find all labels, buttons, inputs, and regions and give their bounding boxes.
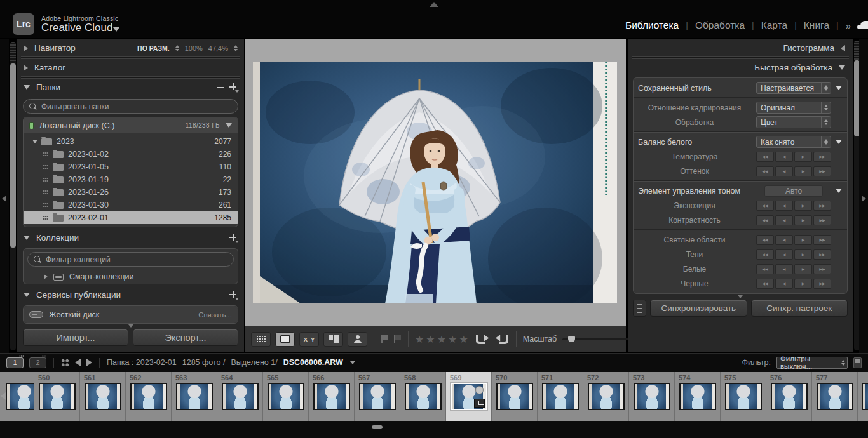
publish-services-header[interactable]: Сервисы публикации [17, 286, 244, 303]
rotate-right-icon[interactable] [496, 333, 510, 345]
go-to-grid-icon[interactable] [61, 359, 69, 367]
creative-cloud-icon[interactable] [860, 21, 868, 29]
expander-dots-icon[interactable] [43, 190, 48, 195]
increase-large-button[interactable]: ▶▶ [813, 166, 831, 176]
compare-view-button[interactable]: XY [299, 332, 319, 347]
left-panel-scrollbar[interactable] [10, 42, 16, 350]
thumbnail-cell[interactable]: 566 [309, 372, 355, 421]
decrease-large-button[interactable]: ◀◀ [756, 249, 774, 260]
zoom-slider[interactable] [562, 338, 634, 340]
thumbnail-cell[interactable]: 572 [583, 372, 629, 421]
thumbnail-cell[interactable]: 568 [400, 372, 446, 421]
increase-large-button[interactable]: ▶▶ [813, 235, 831, 245]
catalog-header[interactable]: Каталог [17, 59, 244, 76]
zoom-ratio-label[interactable]: 47,4% [208, 44, 228, 52]
decrease-large-button[interactable]: ◀◀ [756, 235, 774, 245]
increase-large-button[interactable]: ▶▶ [813, 201, 831, 211]
auto-tone-button[interactable]: Авто [764, 185, 823, 197]
add-publish-service-icon[interactable] [229, 291, 238, 299]
filmstrip-scrollbar-thumb[interactable] [372, 425, 383, 429]
histogram-header[interactable]: Гистограмма [628, 39, 853, 56]
decrease-button[interactable]: ◀ [775, 215, 793, 225]
thumbnail-cell[interactable]: 563 [172, 372, 217, 421]
previous-photo-arrow-icon[interactable] [75, 359, 81, 366]
remove-folder-icon[interactable] [217, 87, 224, 88]
folder-filter[interactable] [23, 99, 238, 114]
right-panel-collapse-arrow-icon[interactable] [862, 196, 866, 202]
star-rating-control[interactable]: ★★★★★ [415, 333, 470, 345]
decrease-large-button[interactable]: ◀◀ [756, 279, 774, 289]
decrease-button[interactable]: ◀ [775, 279, 793, 289]
increase-large-button[interactable]: ▶▶ [813, 264, 831, 274]
setup-link[interactable]: Связать... [198, 311, 232, 319]
treatment-dropdown[interactable]: Цвет [756, 116, 831, 128]
expander-dots-icon[interactable] [43, 177, 48, 182]
thumbnail-cell[interactable]: 576 [766, 372, 812, 421]
volume-row[interactable]: Локальный диск (C:) 118/238 ГБ [24, 117, 238, 133]
filter-switch-icon[interactable] [853, 357, 862, 368]
decrease-button[interactable]: ◀ [775, 249, 793, 260]
expander-dots-icon[interactable] [43, 164, 48, 169]
section-disclosure[interactable] [834, 140, 843, 144]
thumbnail-cell[interactable]: 565 [263, 372, 309, 421]
folder-row[interactable]: 2023-01-05 110 [24, 161, 238, 173]
thumbnail-cell[interactable]: 575 [721, 372, 766, 421]
expander-dots-icon[interactable] [43, 202, 48, 208]
increase-button[interactable]: ▶ [794, 152, 812, 162]
quick-develop-header[interactable]: Быстрая обработка [628, 59, 853, 76]
expander-dots-icon[interactable] [43, 152, 48, 157]
thumbnail-cell-selected[interactable]: 569 [446, 372, 492, 421]
sync-toggle-button[interactable] [633, 300, 646, 317]
filmstrip-scroll-left-icon[interactable] [1, 392, 6, 400]
collection-filter[interactable] [27, 252, 234, 267]
sync-settings-button[interactable]: Синхр. настроек [751, 300, 848, 317]
scrollbar-thumb[interactable] [10, 63, 16, 248]
filter-dropdown[interactable]: Фильтры выключ... [776, 357, 848, 369]
thumbnail-cell[interactable]: 564 [217, 372, 263, 421]
decrease-button[interactable]: ◀ [775, 264, 793, 274]
identity-chevron-down-icon[interactable] [113, 27, 119, 32]
paint-circle-badge-icon[interactable] [475, 386, 484, 394]
increase-large-button[interactable]: ▶▶ [813, 215, 831, 225]
expander-dots-icon[interactable] [43, 215, 48, 220]
filmstrip-source-chevron-icon[interactable] [350, 361, 355, 364]
increase-button[interactable]: ▶ [794, 235, 812, 245]
survey-view-button[interactable] [323, 332, 343, 347]
saved-style-dropdown[interactable]: Настраивается [756, 82, 831, 94]
tab-library[interactable]: Библиотека [625, 20, 679, 31]
collapsed-arrow-icon[interactable] [44, 274, 48, 279]
panel-end-handle-icon[interactable] [738, 295, 743, 298]
grid-view-button[interactable] [251, 332, 271, 347]
second-window-button[interactable]: 2 [29, 357, 46, 368]
crop-ratio-dropdown[interactable]: Оригинал [756, 102, 831, 114]
thumbnail-cell[interactable]: 560 [34, 372, 80, 421]
increase-button[interactable]: ▶ [794, 201, 812, 211]
decrease-button[interactable]: ◀ [775, 152, 793, 162]
loupe-view-button[interactable] [275, 332, 295, 347]
fit-spinner-icon[interactable] [175, 45, 179, 51]
volume-expand-arrow-icon[interactable] [226, 123, 232, 128]
increase-large-button[interactable]: ▶▶ [813, 152, 831, 162]
thumbnail-cell[interactable]: 562 [126, 372, 172, 421]
export-button[interactable]: Экспорт... [133, 329, 238, 346]
add-collection-icon[interactable] [229, 234, 238, 242]
increase-large-button[interactable]: ▶▶ [813, 249, 831, 260]
spinner-icon[interactable] [821, 117, 831, 128]
thumbnail-cell[interactable]: 571 [538, 372, 583, 421]
pick-flag-icon[interactable] [381, 335, 389, 343]
hard-drive-service-row[interactable]: Жесткий диск Связать... [24, 306, 238, 323]
spinner-icon[interactable] [821, 83, 831, 93]
increase-button[interactable]: ▶ [794, 279, 812, 289]
increase-button[interactable]: ▶ [794, 249, 812, 260]
thumbnail-cell[interactable]: 570 [492, 372, 538, 421]
folder-row[interactable]: 2023-01-30 261 [24, 199, 238, 211]
folder-row-selected[interactable]: 2023-02-01 1285 [24, 211, 238, 224]
collection-filter-input[interactable] [46, 255, 227, 264]
decrease-button[interactable]: ◀ [775, 166, 793, 176]
decrease-button[interactable]: ◀ [775, 201, 793, 211]
more-modules-chevron-icon[interactable]: » [846, 20, 850, 31]
decrease-large-button[interactable]: ◀◀ [756, 264, 774, 274]
rotate-left-icon[interactable] [475, 333, 491, 345]
folders-header[interactable]: Папки [17, 79, 244, 96]
increase-button[interactable]: ▶ [794, 264, 812, 274]
